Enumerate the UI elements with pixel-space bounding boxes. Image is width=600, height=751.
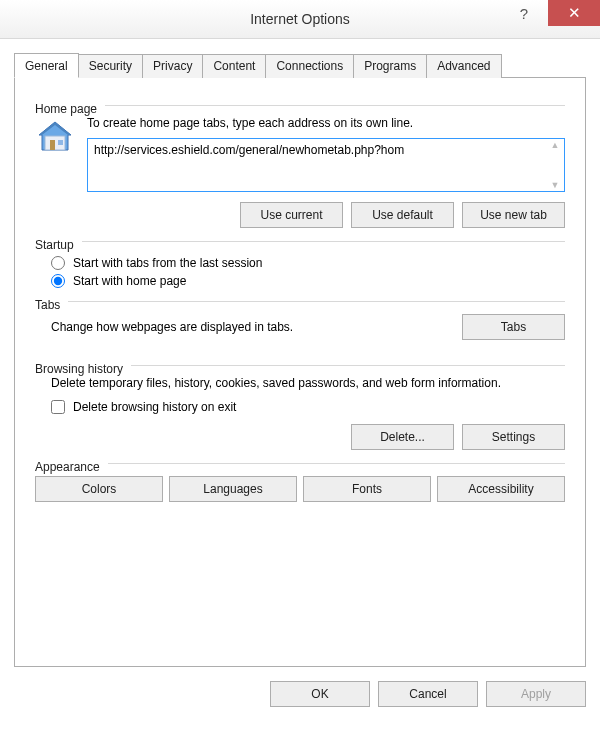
delete-on-exit-option[interactable]: Delete browsing history on exit xyxy=(51,400,565,414)
dialog-footer: OK Cancel Apply xyxy=(0,667,600,707)
svg-rect-3 xyxy=(58,140,63,145)
use-current-button[interactable]: Use current xyxy=(240,202,343,228)
tab-panel-general: Home page To create home page tabs, type… xyxy=(14,77,586,667)
help-button[interactable]: ? xyxy=(500,0,548,26)
tab-strip: General Security Privacy Content Connect… xyxy=(14,54,586,78)
home-page-url-box: ▲ ▼ xyxy=(87,138,565,192)
languages-button[interactable]: Languages xyxy=(169,476,297,502)
url-scrollbar[interactable]: ▲ ▼ xyxy=(547,140,563,190)
use-default-button[interactable]: Use default xyxy=(351,202,454,228)
home-page-url-input[interactable] xyxy=(90,141,544,159)
colors-button[interactable]: Colors xyxy=(35,476,163,502)
window-title: Internet Options xyxy=(250,11,350,27)
use-new-tab-button[interactable]: Use new tab xyxy=(462,202,565,228)
tab-privacy[interactable]: Privacy xyxy=(142,54,203,78)
history-label: Browsing history xyxy=(35,362,123,376)
group-home-page: Home page xyxy=(35,102,565,116)
apply-button[interactable]: Apply xyxy=(486,681,586,707)
svg-rect-2 xyxy=(50,140,55,150)
tabs-section-label: Tabs xyxy=(35,298,60,312)
delete-on-exit-checkbox[interactable] xyxy=(51,400,65,414)
tab-connections[interactable]: Connections xyxy=(265,54,354,78)
cancel-button[interactable]: Cancel xyxy=(378,681,478,707)
scroll-up-icon: ▲ xyxy=(547,140,563,150)
tab-content[interactable]: Content xyxy=(202,54,266,78)
delete-button[interactable]: Delete... xyxy=(351,424,454,450)
tabs-button[interactable]: Tabs xyxy=(462,314,565,340)
accessibility-button[interactable]: Accessibility xyxy=(437,476,565,502)
home-page-right: To create home page tabs, type each addr… xyxy=(87,116,565,228)
group-tabs: Tabs xyxy=(35,298,565,312)
tabs-section-description: Change how webpages are displayed in tab… xyxy=(51,320,462,334)
settings-button[interactable]: Settings xyxy=(462,424,565,450)
close-button[interactable]: ✕ xyxy=(548,0,600,26)
tab-programs[interactable]: Programs xyxy=(353,54,427,78)
titlebar-buttons: ? ✕ xyxy=(500,0,600,30)
startup-label: Startup xyxy=(35,238,74,252)
home-page-label: Home page xyxy=(35,102,97,116)
divider xyxy=(131,365,565,366)
group-history: Browsing history xyxy=(35,362,565,376)
tab-advanced[interactable]: Advanced xyxy=(426,54,501,78)
divider xyxy=(108,463,565,464)
tab-security[interactable]: Security xyxy=(78,54,143,78)
tab-general[interactable]: General xyxy=(14,53,79,78)
startup-home-page-option[interactable]: Start with home page xyxy=(51,274,565,288)
home-page-description: To create home page tabs, type each addr… xyxy=(87,116,565,130)
scroll-down-icon: ▼ xyxy=(547,180,563,190)
tabs-section-row: Change how webpages are displayed in tab… xyxy=(51,314,565,340)
group-startup: Startup xyxy=(35,238,565,252)
startup-last-session-label: Start with tabs from the last session xyxy=(73,256,262,270)
startup-home-page-label: Start with home page xyxy=(73,274,186,288)
appearance-buttons: Colors Languages Fonts Accessibility xyxy=(35,476,565,502)
home-icon xyxy=(35,118,75,158)
startup-home-page-radio[interactable] xyxy=(51,274,65,288)
history-description: Delete temporary files, history, cookies… xyxy=(51,376,565,390)
dialog-content: General Security Privacy Content Connect… xyxy=(0,39,600,667)
home-page-buttons: Use current Use default Use new tab xyxy=(87,202,565,228)
divider xyxy=(68,301,565,302)
ok-button[interactable]: OK xyxy=(270,681,370,707)
delete-on-exit-label: Delete browsing history on exit xyxy=(73,400,236,414)
titlebar: Internet Options ? ✕ xyxy=(0,0,600,39)
divider xyxy=(82,241,565,242)
divider xyxy=(105,105,565,106)
appearance-label: Appearance xyxy=(35,460,100,474)
home-page-row: To create home page tabs, type each addr… xyxy=(35,116,565,228)
startup-last-session-radio[interactable] xyxy=(51,256,65,270)
fonts-button[interactable]: Fonts xyxy=(303,476,431,502)
history-buttons: Delete... Settings xyxy=(35,424,565,450)
group-appearance: Appearance xyxy=(35,460,565,474)
startup-last-session-option[interactable]: Start with tabs from the last session xyxy=(51,256,565,270)
